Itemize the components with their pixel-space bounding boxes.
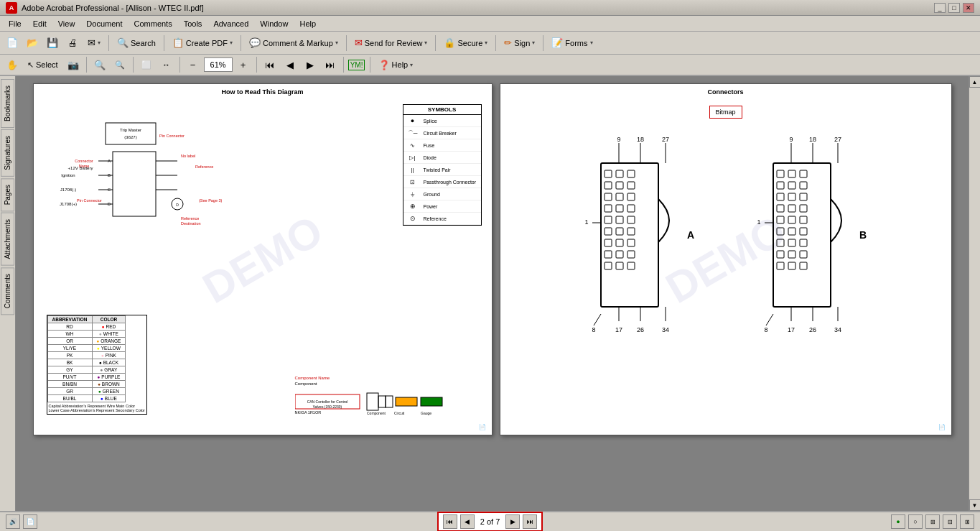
first-page-nav-btn[interactable]: ⏮ [443, 514, 457, 529]
symbol-reference: ⊙ Reference [403, 213, 481, 225]
zoom-out2-btn[interactable]: − [184, 55, 202, 74]
hand-icon: ✋ [6, 60, 18, 70]
menu-tools[interactable]: Tools [178, 18, 208, 29]
pages-tab[interactable]: Pages [1, 178, 14, 211]
zoom-input[interactable]: 61% [204, 57, 233, 72]
svg-text:26: 26 [808, 326, 816, 333]
separator-7 [543, 35, 543, 51]
svg-text:1: 1 [757, 218, 760, 226]
last-page-btn[interactable]: ⏭ [321, 55, 340, 74]
send-review-btn[interactable]: ✉ Send for Review ▾ [350, 34, 432, 52]
more-view-btn[interactable]: ⊞ [960, 514, 974, 529]
signatures-tab[interactable]: Signatures [1, 129, 14, 177]
menu-file[interactable]: File [3, 18, 27, 29]
review-label: Send for Review [365, 39, 423, 47]
sign-dropdown: ▾ [532, 40, 535, 46]
email-icon: ✉ [88, 37, 95, 48]
svg-text:Color: Color [431, 415, 440, 416]
svg-rect-56 [605, 205, 612, 212]
right-scrollbar[interactable]: ▲ ▼ [969, 76, 980, 511]
forms-btn[interactable]: 📝 Forms ▾ [547, 34, 597, 52]
split-view-btn[interactable]: ⊟ [943, 514, 957, 529]
svg-rect-122 [800, 239, 807, 246]
open-btn[interactable]: 📂 [23, 34, 42, 52]
print-btn[interactable]: 🖨 [63, 34, 82, 52]
prev-page-icon: ◀ [286, 60, 294, 70]
scroll-up-btn[interactable]: ▲ [969, 76, 981, 88]
app-title: Adobe Acrobat Professional - [Allison - … [22, 4, 204, 12]
separator-8 [86, 57, 87, 73]
separator-4 [346, 35, 347, 51]
zoom-in2-btn[interactable]: + [234, 55, 253, 74]
menu-window[interactable]: Window [254, 18, 294, 29]
print-icon: 🖨 [68, 37, 78, 48]
passthrough-icon: ⊡ [406, 177, 419, 186]
app-maximize-btn[interactable]: □ [948, 3, 960, 13]
menu-view[interactable]: View [52, 18, 81, 29]
attachments-tab[interactable]: Attachments [1, 213, 14, 266]
prev-page-nav-btn[interactable]: ◀ [460, 514, 475, 529]
abbreviation-table: ABBREVIATION COLOR RD● RED WH● WHITE OR●… [47, 315, 147, 415]
svg-rect-117 [800, 182, 807, 189]
symbol-fuse: ∿ Fuse [403, 139, 481, 152]
sign-btn[interactable]: ✏ Sign ▾ [500, 34, 539, 52]
svg-rect-75 [627, 216, 635, 223]
new-document-btn[interactable]: 📄 [3, 34, 22, 52]
circle-btn[interactable]: ○ [908, 514, 923, 529]
svg-rect-123 [800, 251, 807, 258]
next-page-nav-btn[interactable]: ▶ [505, 514, 520, 529]
email-dropdown: ▾ [98, 40, 101, 46]
secure-btn[interactable]: 🔒 Secure ▾ [439, 34, 492, 52]
help-btn[interactable]: ❓ Help ▾ [374, 55, 418, 74]
svg-rect-55 [605, 193, 612, 200]
save-btn[interactable]: 💾 [43, 34, 62, 52]
fit-width-btn[interactable]: ↔ [157, 55, 176, 74]
svg-text:27: 27 [834, 136, 841, 143]
menu-document[interactable]: Document [80, 18, 128, 29]
svg-line-88 [594, 314, 601, 325]
zoom-in-btn[interactable]: 🔍 [90, 55, 109, 74]
svg-rect-71 [627, 170, 635, 177]
email-btn[interactable]: ✉ ▾ [83, 34, 105, 52]
last-page-nav-btn[interactable]: ⏭ [523, 514, 537, 529]
search-btn[interactable]: 🔍 Search [113, 34, 160, 52]
svg-rect-118 [800, 193, 807, 200]
left-panel-tabs: Bookmarks Signatures Pages Attachments C… [0, 76, 16, 511]
fit-page-btn[interactable]: ⬜ [137, 55, 156, 74]
status-page-btn[interactable]: 📄 [23, 514, 37, 529]
svg-rect-68 [616, 239, 623, 246]
zoom-out-btn[interactable]: 🔍 [111, 55, 129, 74]
svg-rect-36 [396, 397, 417, 406]
comment-markup-btn[interactable]: 💬 Comment & Markup ▾ [245, 34, 342, 52]
app-close-btn[interactable]: ✕ [963, 3, 974, 13]
menu-advanced[interactable]: Advanced [207, 18, 254, 29]
bookmarks-tab[interactable]: Bookmarks [1, 79, 14, 128]
next-page-btn[interactable]: ▶ [301, 55, 319, 74]
status-speaker-btn[interactable]: 🔊 [6, 514, 20, 529]
first-page-btn[interactable]: ⏮ [261, 55, 279, 74]
snapshot-btn[interactable]: 📷 [64, 55, 83, 74]
select-tool-btn[interactable]: ↖ Select [23, 55, 62, 74]
zoom-out-icon: 🔍 [115, 60, 125, 70]
menu-edit[interactable]: Edit [27, 18, 52, 29]
comments-tab[interactable]: Comments [1, 267, 14, 315]
prev-page-btn[interactable]: ◀ [281, 55, 299, 74]
menu-help[interactable]: Help [294, 18, 322, 29]
grid-view-btn[interactable]: ⊞ [925, 514, 940, 529]
search-label: Search [131, 39, 156, 47]
scroll-down-btn[interactable]: ▼ [969, 499, 981, 511]
last-page-icon: ⏭ [325, 60, 335, 70]
pdf-page-right: Connectors DEMO Bitmap 9 18 27 1 [500, 83, 952, 435]
menu-comments[interactable]: Comments [129, 18, 178, 29]
app-minimize-btn[interactable]: _ [934, 3, 946, 13]
help-dropdown: ▾ [410, 62, 413, 68]
svg-rect-110 [788, 205, 795, 212]
svg-text:CAN Contoller for Control: CAN Contoller for Control [307, 400, 347, 404]
green-circle-btn[interactable]: ● [891, 514, 905, 529]
hand-tool-btn[interactable]: ✋ [3, 55, 22, 74]
create-pdf-btn[interactable]: 📋 Create PDF ▾ [168, 34, 237, 52]
svg-rect-109 [788, 193, 795, 200]
ymi-btn[interactable]: YM! [347, 55, 366, 74]
svg-rect-33 [367, 393, 378, 410]
svg-text:Ignition: Ignition [61, 173, 75, 177]
